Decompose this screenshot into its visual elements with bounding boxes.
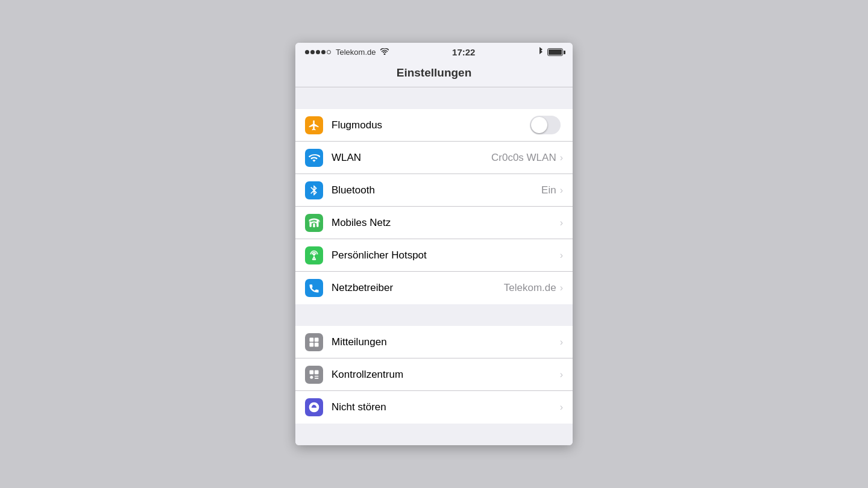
svg-point-12 [310, 375, 313, 378]
settings-row-mobiles-netz[interactable]: Mobiles Netz › [295, 207, 573, 239]
svg-rect-3 [316, 220, 318, 227]
signal-dot-2 [310, 50, 315, 54]
signal-dot-3 [316, 50, 320, 54]
hotspot-icon [305, 246, 323, 264]
mobiles-netz-icon [305, 214, 323, 232]
settings-row-kontrollzentrum[interactable]: Kontrollzentrum › [295, 358, 573, 391]
svg-rect-6 [310, 337, 314, 342]
svg-rect-8 [315, 337, 319, 342]
svg-rect-13 [315, 375, 319, 377]
mobiles-netz-label: Mobiles Netz [332, 217, 556, 229]
settings-section-1: Flugmodus WLAN Cr0c0s WLAN › [295, 109, 573, 304]
nav-bar: Einstellungen [295, 60, 573, 87]
mitteilungen-label: Mitteilungen [332, 336, 560, 348]
status-left: Telekom.de [305, 48, 389, 57]
mitteilungen-icon [305, 333, 323, 351]
settings-section-2: Mitteilungen › Kontrollzentrum › [295, 326, 573, 424]
kontrollzentrum-label: Kontrollzentrum [332, 369, 560, 381]
section-gap-middle [295, 304, 573, 326]
netzbetreiber-value: Telekom.de [504, 282, 556, 294]
settings-row-hotspot[interactable]: Persönlicher Hotspot › [295, 239, 573, 272]
toggle-thumb [531, 117, 547, 133]
mitteilungen-chevron: › [560, 337, 563, 348]
netzbetreiber-icon [305, 279, 323, 297]
battery-fill [549, 49, 562, 55]
wlan-value: Cr0c0s WLAN [491, 152, 556, 164]
settings-row-flugmodus[interactable]: Flugmodus [295, 109, 573, 142]
wifi-status-icon [380, 48, 389, 57]
signal-dots [305, 50, 331, 54]
battery-body [547, 48, 563, 56]
svg-rect-10 [310, 370, 314, 374]
status-time: 17:22 [452, 47, 475, 57]
flugmodus-icon [305, 116, 323, 134]
signal-dot-4 [321, 50, 326, 54]
settings-row-mitteilungen[interactable]: Mitteilungen › [295, 326, 573, 358]
battery-indicator [547, 48, 563, 56]
bluetooth-status-icon [538, 46, 544, 58]
flugmodus-toggle[interactable] [530, 116, 561, 134]
wlan-icon [305, 149, 323, 167]
wlan-label: WLAN [332, 152, 491, 164]
wlan-chevron: › [560, 152, 563, 163]
svg-rect-11 [315, 370, 319, 374]
mobiles-netz-chevron: › [560, 217, 563, 228]
settings-row-netzbetreiber[interactable]: Netzbetreiber Telekom.de › [295, 272, 573, 304]
status-right [538, 46, 563, 58]
section-gap-top [295, 87, 573, 109]
netzbetreiber-label: Netzbetreiber [332, 282, 504, 294]
bluetooth-icon [305, 181, 323, 199]
settings-row-wlan[interactable]: WLAN Cr0c0s WLAN › [295, 142, 573, 174]
page-title: Einstellungen [397, 66, 472, 79]
svg-rect-14 [315, 378, 319, 379]
status-bar: Telekom.de 17:22 [295, 43, 573, 60]
svg-rect-7 [310, 342, 314, 346]
carrier-text: Telekom.de [336, 48, 376, 57]
hotspot-chevron: › [560, 250, 563, 261]
kontrollzentrum-chevron: › [560, 369, 563, 380]
kontrollzentrum-icon [305, 366, 323, 384]
section-gap-bottom [295, 424, 573, 445]
settings-row-nicht-stoeren[interactable]: Nicht stören › [295, 391, 573, 424]
svg-rect-9 [315, 342, 319, 346]
settings-row-bluetooth[interactable]: Bluetooth Ein › [295, 174, 573, 207]
hotspot-label: Persönlicher Hotspot [332, 249, 556, 261]
bluetooth-value: Ein [541, 184, 556, 196]
phone-screen: Telekom.de 17:22 [295, 43, 573, 445]
netzbetreiber-chevron: › [560, 283, 563, 293]
signal-dot-5 [327, 50, 331, 54]
svg-point-4 [313, 253, 315, 255]
nicht-stoeren-icon [305, 398, 323, 416]
nicht-stoeren-chevron: › [560, 402, 563, 413]
svg-rect-1 [310, 222, 312, 227]
signal-dot-1 [305, 50, 309, 54]
bluetooth-chevron: › [560, 185, 563, 196]
svg-rect-5 [313, 258, 316, 260]
nicht-stoeren-label: Nicht stören [332, 401, 560, 413]
svg-rect-2 [313, 223, 315, 227]
bluetooth-label: Bluetooth [332, 184, 541, 196]
flugmodus-label: Flugmodus [332, 119, 530, 131]
